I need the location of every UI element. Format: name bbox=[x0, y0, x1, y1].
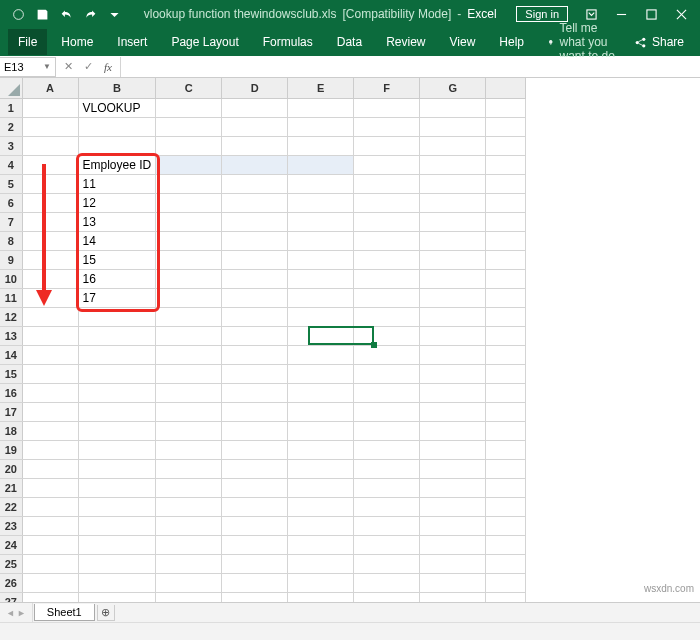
cell[interactable] bbox=[222, 212, 288, 231]
cell[interactable] bbox=[486, 535, 526, 554]
cell[interactable]: Employee ID bbox=[78, 155, 156, 174]
cell[interactable] bbox=[22, 516, 78, 535]
cell[interactable] bbox=[288, 117, 354, 136]
cell[interactable]: 12 bbox=[78, 193, 156, 212]
cell[interactable] bbox=[354, 136, 420, 155]
cell[interactable] bbox=[288, 288, 354, 307]
cell[interactable] bbox=[156, 554, 222, 573]
column-header[interactable]: C bbox=[156, 78, 222, 98]
row-header[interactable]: 14 bbox=[0, 345, 22, 364]
cell[interactable] bbox=[22, 174, 78, 193]
cell[interactable] bbox=[288, 478, 354, 497]
cell[interactable] bbox=[486, 136, 526, 155]
cell[interactable] bbox=[354, 364, 420, 383]
cell[interactable] bbox=[222, 554, 288, 573]
cell[interactable] bbox=[222, 364, 288, 383]
cell[interactable] bbox=[78, 307, 156, 326]
cell[interactable] bbox=[222, 535, 288, 554]
row-header[interactable]: 12 bbox=[0, 307, 22, 326]
cell[interactable] bbox=[22, 98, 78, 117]
column-header[interactable]: B bbox=[78, 78, 156, 98]
cell[interactable] bbox=[354, 554, 420, 573]
cell[interactable] bbox=[288, 307, 354, 326]
tab-file[interactable]: File bbox=[8, 29, 47, 55]
cell[interactable] bbox=[78, 421, 156, 440]
cell[interactable] bbox=[288, 364, 354, 383]
cell[interactable] bbox=[354, 269, 420, 288]
cell[interactable] bbox=[78, 478, 156, 497]
redo-button[interactable] bbox=[80, 4, 100, 24]
row-header[interactable]: 15 bbox=[0, 364, 22, 383]
cell[interactable] bbox=[354, 155, 420, 174]
cell[interactable] bbox=[486, 269, 526, 288]
maximize-button[interactable] bbox=[636, 3, 666, 25]
cell[interactable] bbox=[222, 174, 288, 193]
row-header[interactable]: 22 bbox=[0, 497, 22, 516]
cell[interactable] bbox=[156, 459, 222, 478]
cell[interactable] bbox=[222, 269, 288, 288]
cell[interactable] bbox=[486, 288, 526, 307]
cell[interactable] bbox=[486, 307, 526, 326]
cell[interactable] bbox=[222, 573, 288, 592]
tab-home[interactable]: Home bbox=[51, 29, 103, 55]
cell[interactable] bbox=[22, 288, 78, 307]
cell[interactable] bbox=[420, 383, 486, 402]
cell[interactable] bbox=[156, 364, 222, 383]
cell[interactable] bbox=[222, 288, 288, 307]
add-sheet-button[interactable]: ⊕ bbox=[97, 605, 115, 621]
cell[interactable] bbox=[22, 497, 78, 516]
cell[interactable] bbox=[288, 535, 354, 554]
tab-formulas[interactable]: Formulas bbox=[253, 29, 323, 55]
cell[interactable]: 15 bbox=[78, 250, 156, 269]
qat-customize[interactable] bbox=[104, 4, 124, 24]
row-header[interactable]: 24 bbox=[0, 535, 22, 554]
cell[interactable] bbox=[222, 402, 288, 421]
cell[interactable] bbox=[486, 440, 526, 459]
cell[interactable] bbox=[22, 326, 78, 345]
share-button[interactable]: Share bbox=[626, 31, 692, 53]
cell[interactable] bbox=[420, 212, 486, 231]
cell[interactable] bbox=[420, 478, 486, 497]
cell[interactable] bbox=[486, 117, 526, 136]
cell[interactable] bbox=[22, 535, 78, 554]
cell[interactable] bbox=[354, 573, 420, 592]
cell[interactable] bbox=[420, 155, 486, 174]
cell[interactable] bbox=[288, 98, 354, 117]
row-header[interactable]: 26 bbox=[0, 573, 22, 592]
cell[interactable] bbox=[22, 231, 78, 250]
cell[interactable] bbox=[222, 440, 288, 459]
cell[interactable] bbox=[288, 421, 354, 440]
cell[interactable] bbox=[288, 136, 354, 155]
cell[interactable] bbox=[288, 497, 354, 516]
cell[interactable] bbox=[288, 383, 354, 402]
cell[interactable] bbox=[156, 231, 222, 250]
cell[interactable]: 17 bbox=[78, 288, 156, 307]
cell[interactable] bbox=[222, 155, 288, 174]
sheet-nav-prev[interactable]: ◄ bbox=[6, 608, 15, 618]
cell[interactable] bbox=[288, 516, 354, 535]
cell[interactable] bbox=[156, 136, 222, 155]
cell[interactable] bbox=[420, 193, 486, 212]
cell[interactable] bbox=[486, 250, 526, 269]
cell[interactable] bbox=[156, 516, 222, 535]
cell[interactable] bbox=[22, 212, 78, 231]
undo-button[interactable] bbox=[56, 4, 76, 24]
cell[interactable]: 16 bbox=[78, 269, 156, 288]
row-header[interactable]: 10 bbox=[0, 269, 22, 288]
cell[interactable] bbox=[78, 345, 156, 364]
cell[interactable] bbox=[354, 250, 420, 269]
cell[interactable] bbox=[222, 497, 288, 516]
cell[interactable] bbox=[222, 421, 288, 440]
cell[interactable] bbox=[420, 174, 486, 193]
cell[interactable] bbox=[22, 554, 78, 573]
cell[interactable] bbox=[22, 250, 78, 269]
cell[interactable] bbox=[420, 98, 486, 117]
column-header[interactable] bbox=[486, 78, 526, 98]
cell[interactable] bbox=[156, 421, 222, 440]
cell[interactable] bbox=[22, 573, 78, 592]
column-header[interactable]: A bbox=[22, 78, 78, 98]
cell[interactable] bbox=[486, 554, 526, 573]
row-header[interactable]: 13 bbox=[0, 326, 22, 345]
cell[interactable] bbox=[486, 326, 526, 345]
cell[interactable]: 13 bbox=[78, 212, 156, 231]
